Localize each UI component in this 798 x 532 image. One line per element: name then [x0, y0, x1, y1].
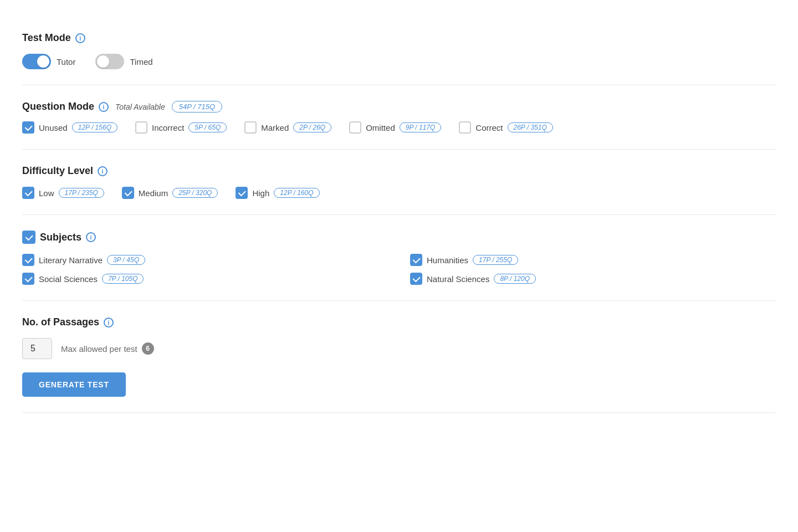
marked-option[interactable]: Marked 2P / 26Q [244, 121, 331, 134]
high-label: High [252, 188, 269, 198]
subjects-label: Subjects [40, 232, 81, 243]
difficulty-level-info-icon[interactable]: i [98, 166, 108, 176]
passages-info-icon[interactable]: i [104, 318, 114, 328]
passages-input[interactable] [22, 338, 52, 359]
timed-toggle-item[interactable]: Timed [95, 54, 152, 69]
omitted-checkbox[interactable] [349, 121, 361, 134]
natural-sciences-option[interactable]: Natural Sciences 8P / 120Q [410, 273, 758, 285]
humanities-option[interactable]: Humanities 17P / 255Q [410, 254, 758, 266]
passages-row: Max allowed per test 6 [22, 338, 776, 359]
correct-label: Correct [475, 123, 503, 132]
humanities-label: Humanities [427, 255, 468, 265]
subjects-section: Subjects i Literary Narrative 3P / 45Q H… [22, 215, 776, 301]
timed-track [95, 54, 124, 69]
incorrect-badge-value: 5P / 65Q [195, 124, 221, 131]
literary-narrative-option[interactable]: Literary Narrative 3P / 45Q [22, 254, 370, 266]
test-mode-toggles: Tutor Timed [22, 54, 776, 69]
social-sciences-badge-value: 7P / 105Q [108, 275, 138, 283]
max-value-badge: 6 [142, 342, 154, 355]
correct-badge: 26P / 351Q [508, 122, 553, 132]
timed-label: Timed [130, 57, 152, 66]
tutor-track [22, 54, 51, 69]
correct-option[interactable]: Correct 26P / 351Q [459, 121, 553, 134]
high-badge-value: 12P / 160Q [280, 189, 313, 197]
subjects-info-icon[interactable]: i [86, 232, 96, 242]
passages-label: No. of Passages [22, 316, 99, 328]
tutor-label: Tutor [57, 57, 75, 66]
humanities-badge-value: 17P / 255Q [479, 256, 512, 264]
omitted-badge-value: 9P / 117Q [406, 124, 436, 131]
unused-badge-value: 12P / 156Q [78, 124, 111, 131]
literary-narrative-badge-value: 3P / 45Q [113, 256, 139, 264]
marked-label: Marked [261, 123, 289, 132]
low-option[interactable]: Low 17P / 235Q [22, 187, 104, 199]
high-badge: 12P / 160Q [274, 188, 319, 198]
question-mode-options: Unused 12P / 156Q Incorrect 5P / 65Q Mar… [22, 121, 776, 134]
incorrect-checkbox[interactable] [135, 121, 147, 134]
marked-badge: 2P / 26Q [293, 122, 331, 132]
test-mode-info-icon[interactable]: i [75, 33, 85, 43]
omitted-option[interactable]: Omitted 9P / 117Q [349, 121, 441, 134]
low-checkbox[interactable] [22, 187, 34, 199]
natural-sciences-checkbox[interactable] [410, 273, 422, 285]
high-checkbox[interactable] [236, 187, 248, 199]
difficulty-level-section: Difficulty Level i Low 17P / 235Q Medium… [22, 150, 776, 215]
natural-sciences-badge: 8P / 120Q [494, 274, 536, 284]
natural-sciences-label: Natural Sciences [427, 274, 489, 284]
incorrect-badge: 5P / 65Q [188, 122, 227, 132]
marked-checkbox[interactable] [244, 121, 257, 134]
medium-option[interactable]: Medium 25P / 320Q [122, 187, 218, 199]
incorrect-option[interactable]: Incorrect 5P / 65Q [135, 121, 227, 134]
social-sciences-option[interactable]: Social Sciences 7P / 105Q [22, 273, 370, 285]
question-mode-info-icon[interactable]: i [99, 102, 109, 112]
passages-title: No. of Passages i [22, 316, 776, 328]
medium-checkbox[interactable] [122, 187, 134, 199]
humanities-checkbox[interactable] [410, 254, 422, 266]
unused-option[interactable]: Unused 12P / 156Q [22, 121, 117, 134]
high-option[interactable]: High 12P / 160Q [236, 187, 319, 199]
natural-sciences-badge-value: 8P / 120Q [500, 275, 530, 283]
tutor-toggle-item[interactable]: Tutor [22, 54, 75, 69]
social-sciences-badge: 7P / 105Q [102, 274, 144, 284]
total-badge-value: 54P / 715Q [179, 103, 215, 111]
humanities-badge: 17P / 255Q [473, 255, 518, 265]
medium-label: Medium [139, 188, 168, 198]
omitted-badge: 9P / 117Q [400, 122, 442, 132]
max-allowed-label: Max allowed per test [61, 344, 137, 354]
marked-badge-value: 2P / 26Q [299, 124, 325, 131]
timed-knob [97, 55, 109, 68]
medium-badge-value: 25P / 320Q [178, 189, 212, 197]
question-mode-header: Question Mode i Total Available 54P / 71… [22, 101, 776, 112]
difficulty-level-title: Difficulty Level i [22, 165, 776, 177]
tutor-knob [37, 55, 49, 68]
correct-checkbox[interactable] [459, 121, 471, 134]
test-mode-title: Test Mode i [22, 32, 776, 44]
literary-narrative-checkbox[interactable] [22, 254, 34, 266]
test-mode-section: Test Mode i Tutor Timed [22, 17, 776, 85]
omitted-label: Omitted [366, 123, 395, 132]
unused-checkbox[interactable] [22, 121, 34, 134]
difficulty-options: Low 17P / 235Q Medium 25P / 320Q High 12… [22, 187, 776, 199]
tutor-toggle[interactable] [22, 54, 51, 69]
correct-badge-value: 26P / 351Q [514, 124, 547, 131]
low-label: Low [39, 188, 54, 198]
medium-badge: 25P / 320Q [172, 188, 218, 198]
question-mode-section: Question Mode i Total Available 54P / 71… [22, 85, 776, 150]
timed-toggle[interactable] [95, 54, 124, 69]
incorrect-label: Incorrect [152, 123, 184, 132]
low-badge-value: 17P / 235Q [65, 189, 98, 197]
test-mode-label: Test Mode [22, 32, 71, 44]
literary-narrative-label: Literary Narrative [39, 255, 103, 265]
subjects-grid: Literary Narrative 3P / 45Q Humanities 1… [22, 254, 776, 285]
generate-test-button[interactable]: GENERATE TEST [22, 372, 126, 397]
subjects-master-checkbox[interactable] [22, 231, 35, 244]
total-available-label: Total Available [115, 103, 165, 111]
question-mode-title: Question Mode i [22, 101, 109, 112]
difficulty-level-label: Difficulty Level [22, 165, 93, 177]
social-sciences-label: Social Sciences [39, 274, 98, 284]
max-label: Max allowed per test 6 [61, 342, 154, 355]
total-badge: 54P / 715Q [172, 101, 222, 112]
passages-section: No. of Passages i Max allowed per test 6… [22, 301, 776, 413]
social-sciences-checkbox[interactable] [22, 273, 34, 285]
question-mode-label: Question Mode [22, 101, 94, 112]
